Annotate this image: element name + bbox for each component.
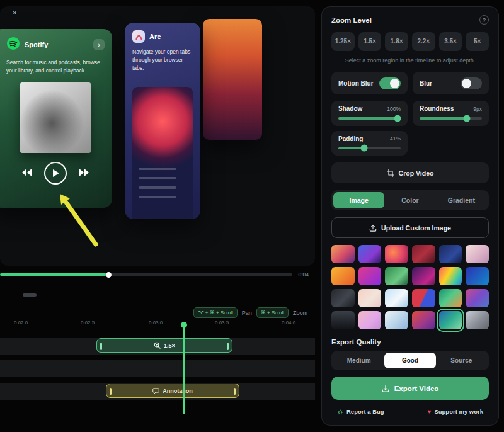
wallpaper-thumbnail[interactable] (439, 267, 462, 285)
background-tabs: Image Color Gradient (331, 190, 489, 210)
playhead[interactable] (183, 324, 185, 414)
wallpaper-thumbnail[interactable] (358, 289, 382, 307)
wallpaper-thumbnail[interactable] (385, 267, 408, 285)
wallpaper-thumbnail-selected[interactable] (439, 311, 462, 329)
skip-forward-icon (79, 168, 89, 179)
report-bug-link[interactable]: Report a Bug (337, 408, 384, 415)
arc-phone-preview (132, 87, 193, 219)
ruler-tick-label: 0:02.5 (81, 320, 94, 326)
tab-image[interactable]: Image (333, 192, 384, 208)
shadow-label: Shadow (338, 105, 362, 112)
padding-slider[interactable] (338, 147, 401, 150)
roundness-value: 9px (473, 106, 482, 112)
export-video-button[interactable]: Export Video (331, 377, 489, 400)
blur-toggle[interactable] (461, 77, 482, 89)
slider-knob[interactable] (360, 145, 367, 152)
upload-custom-image-button[interactable]: Upload Custom Image (331, 217, 489, 238)
zoom-level-title: Zoom Level (331, 16, 372, 24)
quality-option-source[interactable]: Source (436, 353, 487, 368)
motion-blur-card: Motion Blur (331, 72, 408, 94)
spotify-title: Spotify (25, 41, 89, 48)
support-link[interactable]: ♥ Support my work (427, 408, 483, 415)
quality-option-medium[interactable]: Medium (333, 353, 384, 368)
zoom-option-button[interactable]: 1.25× (331, 32, 355, 51)
wallpaper-thumbnail[interactable] (385, 245, 408, 263)
quality-segmented: Medium Good Source (331, 351, 489, 370)
duration-label: 0:04 (298, 271, 309, 278)
wallpaper-thumbnail[interactable] (385, 311, 408, 329)
wallpaper-thumbnail[interactable] (385, 289, 408, 307)
wallpaper-thumbnail[interactable] (412, 289, 435, 307)
help-icon[interactable]: ? (479, 15, 489, 25)
playback-progress[interactable]: 0:04 (0, 271, 315, 278)
arc-icon (132, 30, 145, 43)
upload-label: Upload Custom Image (381, 224, 451, 232)
zoom-segment[interactable]: 1.5× (96, 338, 232, 353)
download-icon (382, 385, 389, 392)
wallpaper-thumbnail[interactable] (466, 289, 489, 307)
export-quality-title: Export Quality (331, 338, 489, 346)
blur-label: Blur (420, 80, 432, 87)
segment-handle-right[interactable] (227, 343, 229, 350)
playhead-handle[interactable] (181, 322, 187, 328)
wallpaper-thumbnail[interactable] (331, 267, 355, 285)
wallpaper-thumbnail[interactable] (358, 311, 382, 329)
arc-description: Navigate your open tabs through your bro… (132, 48, 193, 72)
zoom-segment-label: 1.5× (164, 343, 175, 349)
wallpaper-thumbnail[interactable] (439, 289, 462, 307)
zoom-option-button[interactable]: 2.2× (412, 32, 435, 51)
wallpaper-thumbnail[interactable] (358, 267, 382, 285)
spotify-card: Spotify › Search for music and podcasts,… (0, 29, 112, 208)
pan-label: Pan (242, 310, 252, 316)
segment-handle-left[interactable] (100, 343, 102, 350)
chevron-right-icon: › (93, 39, 105, 50)
zoom-option-button[interactable]: 5× (466, 32, 489, 51)
slider-knob[interactable] (394, 115, 401, 122)
roundness-slider[interactable] (420, 117, 482, 120)
zoom-option-button[interactable]: 1.5× (358, 32, 382, 51)
zoom-option-button[interactable]: 3.5× (439, 32, 462, 51)
tab-color[interactable]: Color (384, 192, 435, 208)
progress-remaining (111, 273, 292, 276)
app-window: × Spotify › Search for music and podcast… (0, 0, 504, 432)
blur-card: Blur (413, 72, 489, 94)
wallpaper-thumbnail[interactable] (466, 311, 489, 329)
segment-handle-left[interactable] (110, 388, 112, 395)
spotify-description: Search for music and podcasts, browse yo… (6, 59, 105, 75)
annotation-segment[interactable]: Annotation (106, 384, 239, 398)
zoom-hint: Select a zoom region in the timeline to … (331, 57, 489, 64)
export-label: Export Video (394, 385, 439, 392)
wallpaper-thumbnail[interactable] (439, 245, 462, 263)
progress-handle[interactable] (106, 272, 112, 278)
wallpaper-thumbnail[interactable] (412, 267, 435, 285)
wallpaper-thumbnail[interactable] (466, 267, 489, 285)
bug-icon (337, 409, 343, 415)
zoom-track[interactable]: 1.5× (0, 338, 315, 355)
slider-knob[interactable] (464, 115, 471, 122)
heart-icon: ♥ (427, 408, 431, 415)
quality-option-good[interactable]: Good (384, 353, 435, 368)
wallpaper-thumbnail[interactable] (412, 311, 435, 329)
tab-gradient[interactable]: Gradient (436, 192, 487, 208)
wallpaper-thumbnail[interactable] (466, 245, 489, 263)
shadow-slider[interactable] (338, 117, 401, 120)
wallpaper-thumbnail[interactable] (331, 245, 355, 263)
wallpaper-thumbnail[interactable] (358, 245, 382, 263)
wallpaper-thumbnail[interactable] (412, 245, 435, 263)
segment-handle-right[interactable] (234, 388, 236, 395)
roundness-label: Roundness (420, 105, 454, 112)
crop-video-button[interactable]: Crop Video (331, 162, 489, 183)
padding-slider-card: Padding 41% (331, 131, 408, 156)
wallpaper-thumbnail[interactable] (331, 311, 355, 329)
support-label: Support my work (434, 408, 483, 415)
upload-icon (369, 224, 377, 232)
zoom-option-button[interactable]: 1.8× (385, 32, 408, 51)
motion-blur-toggle[interactable] (379, 77, 401, 89)
panel-drag-handle[interactable] (23, 293, 37, 297)
video-track[interactable] (0, 360, 315, 377)
crop-icon (387, 169, 394, 177)
timeline-ruler[interactable]: 0:02.0 0:02.5 0:03.0 0:03.5 0:04.0 (0, 320, 315, 327)
album-art (20, 82, 91, 153)
wallpaper-thumbnail[interactable] (331, 289, 355, 307)
annotation-track[interactable]: Annotation (0, 383, 315, 400)
